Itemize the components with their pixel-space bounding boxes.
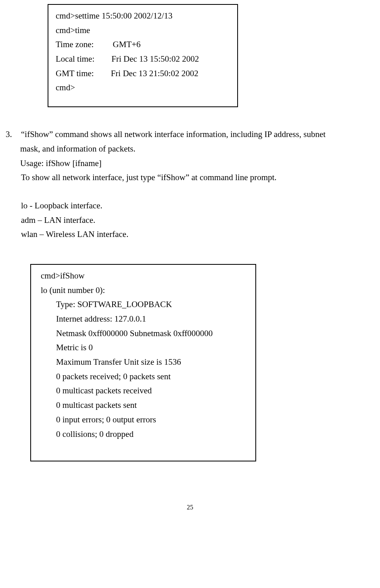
console-output-time: cmd>settime 15:50:00 2002/12/13 cmd>time… [48,4,238,107]
console-line: Maximum Transfer Unit size is 1536 [41,355,248,370]
paragraph-text: mask, and information of packets. [20,142,368,156]
console-line: Time zone: GMT+6 [56,37,233,52]
paragraph-text: wlan – Wireless LAN interface. [21,227,368,242]
console-line: cmd>settime 15:50:00 2002/12/13 [56,9,233,23]
paragraph-text: “ifShow” command shows all network inter… [21,127,368,142]
console-line: 0 input errors; 0 output errors [41,413,248,427]
console-line: cmd>time [56,23,233,38]
paragraph-text: lo - Loopback interface. [21,199,368,213]
console-line: 0 multicast packets received [41,384,248,398]
paragraph-text: adm – LAN interface. [21,213,368,228]
console-line: Type: SOFTWARE_LOOPBACK [41,297,248,312]
console-line: 0 packets received; 0 packets sent [41,370,248,384]
console-output-ifshow: cmd>ifShow lo (unit number 0): Type: SOF… [30,264,256,461]
paragraph-text: Usage: ifShow [ifname] [20,156,368,171]
console-line: Local time: Fri Dec 13 15:50:02 2002 [56,52,233,66]
console-line: 0 multicast packets sent [41,398,248,413]
list-body: “ifShow” command shows all network inter… [21,127,368,142]
console-line: Metric is 0 [41,341,248,355]
console-line: 0 collisions; 0 dropped [41,427,248,442]
list-item-3: 3. “ifShow” command shows all network in… [6,127,376,142]
console-line: GMT time: Fri Dec 13 21:50:02 2002 [56,66,233,81]
console-line: Internet address: 127.0.0.1 [41,312,248,326]
paragraph-text: To show all network interface, just type… [21,170,368,185]
console-line: Netmask 0xff000000 Subnetmask 0xff000000 [41,326,248,341]
console-line: lo (unit number 0): [41,283,248,298]
page-content: cmd>settime 15:50:00 2002/12/13 cmd>time… [0,4,380,513]
list-number: 3. [6,127,21,142]
console-line: cmd>ifShow [41,269,248,283]
page-number: 25 [4,502,376,513]
console-line: cmd> [56,81,233,95]
